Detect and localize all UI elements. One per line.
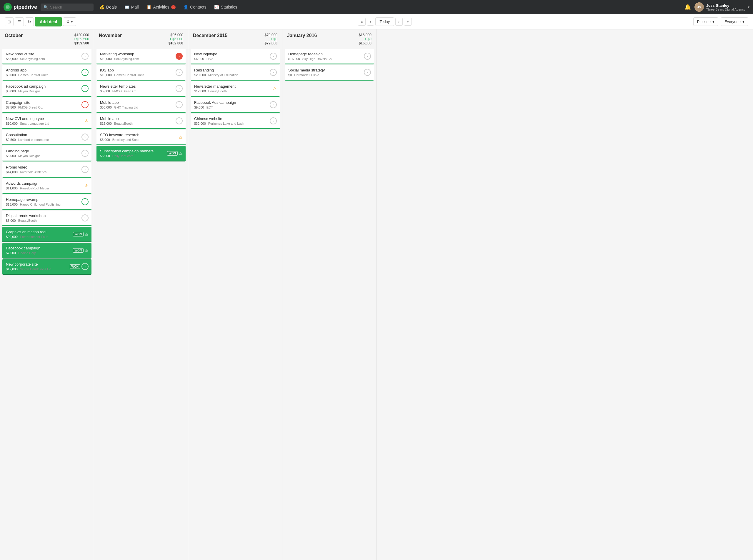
- deal-company: DailyHeat.com: [112, 154, 134, 158]
- deal-card[interactable]: Facebook campaign $7,500 Cookie Corp WON…: [2, 243, 92, 259]
- won-badge: WON: [73, 232, 83, 237]
- next-page-button[interactable]: ›: [395, 18, 402, 25]
- deal-card[interactable]: Facebook ad campaign $6,000 Mayan Design…: [2, 81, 92, 97]
- nav-item-contacts[interactable]: 👤 Contacts: [180, 3, 210, 11]
- won-badge: WON: [167, 151, 178, 156]
- activities-badge: 5: [171, 5, 176, 9]
- activity-circle-won-icon[interactable]: ›: [81, 263, 88, 270]
- activity-circle-green-icon[interactable]: ›: [81, 69, 88, 76]
- activity-circle-icon[interactable]: ›: [176, 117, 183, 124]
- deal-amount: $20,000: [6, 235, 18, 239]
- list-view-button[interactable]: ☰: [15, 17, 24, 26]
- deal-card[interactable]: Facebook Ads campaign $9,000 ECT ›: [191, 97, 280, 113]
- user-company: Three Bears Digital Agency: [706, 8, 745, 11]
- deal-meta: $10,000 Smart Language Ltd: [6, 122, 88, 125]
- deal-card[interactable]: Graphics animation reel $20,000 Entertai…: [2, 227, 92, 242]
- first-page-button[interactable]: «: [358, 18, 365, 25]
- user-menu-chevron-icon: ▾: [748, 5, 750, 9]
- pipeline-dropdown-button[interactable]: Pipeline ▾: [693, 17, 718, 26]
- last-page-button[interactable]: »: [404, 18, 412, 25]
- activity-circle-icon[interactable]: ›: [364, 53, 371, 60]
- activity-circle-icon[interactable]: ›: [270, 69, 277, 76]
- nav-item-statistics[interactable]: 📈 Statistics: [211, 3, 241, 11]
- deal-card[interactable]: SEO keyword research $5,000 Brockley and…: [97, 130, 185, 145]
- activity-circle-icon[interactable]: ›: [364, 69, 371, 76]
- activity-circle-icon[interactable]: ›: [270, 101, 277, 108]
- deal-name: New product site: [6, 52, 88, 56]
- deal-actions: ›: [81, 150, 88, 157]
- deal-card[interactable]: Adwords campaign $11,000 RaiseDaRoof Med…: [2, 178, 92, 194]
- today-button[interactable]: Today: [375, 17, 394, 26]
- activity-circle-icon[interactable]: ›: [81, 150, 88, 157]
- activity-circle-green-icon[interactable]: ›: [81, 85, 88, 92]
- activity-circle-icon[interactable]: ›: [270, 53, 277, 60]
- pipeline-label: Pipeline: [697, 19, 711, 24]
- search-box[interactable]: 🔍: [41, 3, 94, 11]
- deal-card[interactable]: Subscription campaign banners $6,000 Dai…: [97, 146, 185, 161]
- deal-card[interactable]: Promo video $14,000 Riverdale Athletics …: [2, 162, 92, 178]
- everyone-label: Everyone: [725, 19, 741, 24]
- deal-card[interactable]: New CVI and logotype $10,000 Smart Langu…: [2, 114, 92, 129]
- deal-meta: $15,000 Happy Childhood Publishing: [6, 203, 88, 206]
- deal-card[interactable]: Chinese website $32,000 Perfumes Luxe an…: [191, 114, 280, 129]
- deal-card[interactable]: New logotype $6,000 ITV8 ›: [191, 49, 280, 64]
- deal-card[interactable]: Marketing workshop $10,000 SellAnything.…: [97, 49, 185, 64]
- logo[interactable]: P pipedrive: [3, 3, 37, 11]
- deal-card[interactable]: Homepage revamp $15,000 Happy Childhood …: [2, 195, 92, 210]
- activity-circle-filled-red-icon[interactable]: ›: [176, 53, 183, 60]
- column-title-january: January 2016: [287, 33, 317, 38]
- refresh-button[interactable]: ↻: [25, 17, 34, 26]
- deal-card[interactable]: Android app $9,000 Games Central Unltd ›: [2, 65, 92, 81]
- deal-card[interactable]: Homepage redesign $16,000 Sky High Trave…: [285, 49, 374, 64]
- notifications-bell-icon[interactable]: 🔔: [685, 4, 691, 10]
- kanban-view-button[interactable]: ⊞: [5, 17, 14, 26]
- user-info[interactable]: JS Jess Stanley Three Bears Digital Agen…: [694, 2, 750, 12]
- settings-button[interactable]: ⚙ ▾: [63, 17, 76, 26]
- deal-meta: $0 DermaWell Clinic: [288, 73, 370, 77]
- deal-name: Campaign site: [6, 100, 88, 105]
- deal-name: Homepage redesign: [288, 52, 370, 56]
- deal-card[interactable]: New corporate site $12,000 Seven Dandeli…: [2, 259, 92, 275]
- deal-card[interactable]: Rebranding $20,000 Ministry of Education…: [191, 65, 280, 81]
- deal-card[interactable]: Mobile app $50,000 GHX Trading Ltd ›: [97, 97, 185, 113]
- deal-company: Smart Language Ltd: [20, 122, 49, 125]
- nav-deals-label: Deals: [106, 5, 117, 9]
- deal-card[interactable]: iOS app $10,000 Games Central Unltd ›: [97, 65, 185, 81]
- everyone-dropdown-button[interactable]: Everyone ▾: [721, 17, 748, 26]
- activity-circle-icon[interactable]: ›: [176, 69, 183, 76]
- activity-circle-icon[interactable]: ›: [81, 134, 88, 141]
- activity-circle-icon[interactable]: ›: [81, 215, 88, 221]
- nav-item-deals[interactable]: 💰 Deals: [96, 3, 120, 11]
- activity-circle-green-icon[interactable]: ›: [81, 198, 88, 205]
- activity-circle-icon[interactable]: ›: [270, 117, 277, 124]
- deal-company: Brockley and Sons: [112, 138, 139, 141]
- add-deal-button[interactable]: Add deal: [35, 17, 62, 26]
- activity-circle-red-icon[interactable]: ›: [81, 101, 88, 108]
- activity-circle-icon[interactable]: ›: [81, 53, 88, 60]
- activity-circle-icon[interactable]: ›: [176, 85, 183, 92]
- deal-card[interactable]: New product site $35,000 SellAnything.co…: [2, 49, 92, 64]
- deal-card[interactable]: Campaign site $7,500 FMCG Bread Co. ›: [2, 97, 92, 113]
- deal-card[interactable]: Newsletter management $12,000 BeautyBoot…: [191, 81, 280, 97]
- deal-amount: $5,000: [100, 89, 110, 93]
- nav-item-mail[interactable]: ✉️ Mail: [121, 3, 142, 11]
- nav-item-activities[interactable]: 📋 Activities 5: [143, 3, 179, 11]
- activity-circle-icon[interactable]: ›: [176, 101, 183, 108]
- deal-meta: $11,000 RaiseDaRoof Media: [6, 186, 88, 190]
- deal-card[interactable]: Social media strategy $0 DermaWell Clini…: [285, 65, 374, 81]
- deal-card[interactable]: Newsletter templates $5,000 FMCG Bread C…: [97, 81, 185, 97]
- activity-icon: 📋: [146, 5, 152, 9]
- search-input[interactable]: [50, 5, 91, 9]
- list-icon: ☰: [17, 19, 21, 24]
- gear-icon: ⚙: [66, 19, 70, 24]
- deal-card[interactable]: Consultation $2,500 Lambert e-commerce ›: [2, 130, 92, 145]
- kanban-column-december: December 2015 $79,000 + $0 $79,000 New l…: [188, 29, 282, 560]
- deal-card[interactable]: Digital trends workshop $5,000 BeautyBoo…: [2, 211, 92, 226]
- deal-card[interactable]: Mobile app $16,000 BeautyBooth ›: [97, 114, 185, 129]
- deal-company: Ministry of Education: [208, 73, 238, 77]
- deal-amount: $6,000: [100, 154, 110, 158]
- prev-page-button[interactable]: ‹: [367, 18, 374, 25]
- deal-name: iOS app: [100, 68, 182, 72]
- activity-circle-icon[interactable]: ›: [81, 166, 88, 173]
- deal-card[interactable]: Landing page $5,000 Mayan Designs ›: [2, 146, 92, 161]
